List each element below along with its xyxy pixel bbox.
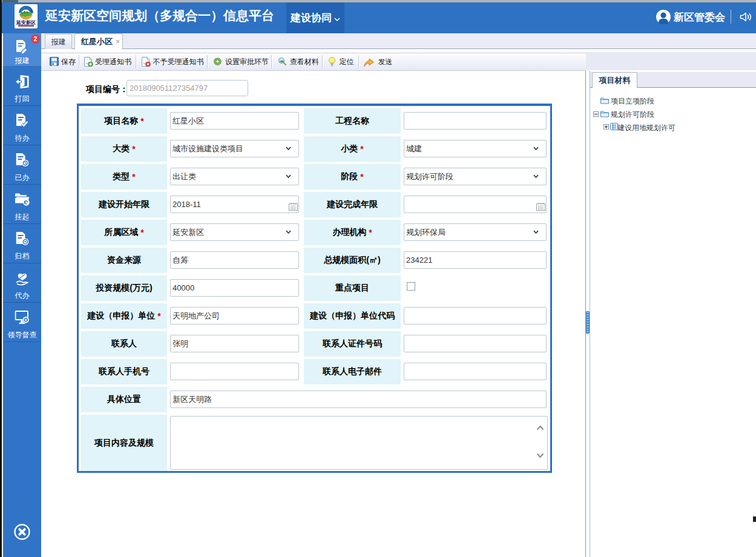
- svg-text:延安新区: 延安新区: [16, 19, 36, 25]
